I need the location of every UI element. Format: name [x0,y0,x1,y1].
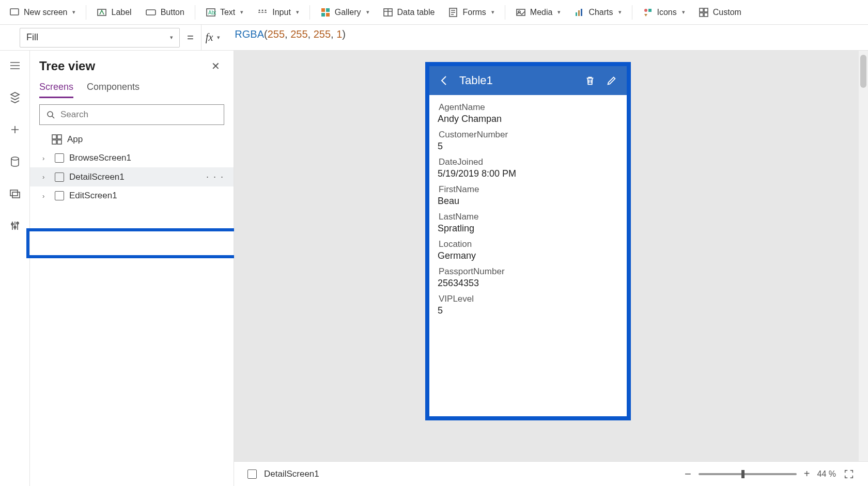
formula-arg: 255 [290,28,307,40]
property-dropdown[interactable]: Fill ▾ [20,28,180,48]
new-screen-label: New screen [24,8,67,17]
formula-arg: 255 [314,28,331,40]
chevron-down-icon: ▾ [491,9,494,15]
vertical-scrollbar[interactable] [859,51,868,461]
svg-point-19 [644,9,647,12]
screen-icon [55,173,64,182]
zoom-controls: − + 44 % [685,467,855,481]
new-screen-button[interactable]: New screen ▾ [4,4,81,21]
tree-search[interactable] [39,104,224,125]
text-icon: Abc [206,7,216,18]
tab-screens[interactable]: Screens [39,82,73,98]
button-button[interactable]: Button [140,4,190,21]
zoom-out-button[interactable]: − [685,467,691,481]
tree-search-input[interactable] [60,109,218,120]
svg-point-7 [265,9,267,11]
field-value: 25634353 [438,278,617,289]
separator [195,5,195,20]
canvas-area[interactable]: Table1 AgentName Andy Champan CustomerNu… [234,51,868,486]
app-icon [52,134,62,145]
tree-view-title: Tree view [39,59,95,73]
tree-list: App › BrowseScreen1 › DetailScreen1 · · … [30,130,234,486]
zoom-slider-thumb[interactable] [741,470,745,478]
insert-button[interactable] [7,122,23,137]
screen-icon [55,191,64,200]
custom-button[interactable]: Custom [693,4,747,21]
status-bar: DetailScreen1 − + 44 % [234,461,868,486]
zoom-unit: % [829,469,836,478]
input-label: Input [272,8,291,17]
delete-button[interactable] [583,74,597,87]
separator [86,5,86,20]
label-button[interactable]: Label [91,4,136,21]
hamburger-button[interactable] [7,58,23,73]
media-rail-button[interactable] [7,186,23,201]
chevron-down-icon: ▾ [682,9,685,15]
fx-toggle[interactable]: fx ▾ [201,25,224,51]
chevron-down-icon: ▾ [240,9,243,15]
tree-tabs: Screens Components [30,77,234,98]
text-label: Text [220,8,235,17]
forms-icon [448,7,458,18]
formula-input[interactable]: RGBA(255, 255, 255, 1) [229,28,863,48]
svg-rect-34 [52,140,56,144]
more-options-button[interactable]: · · · [206,171,224,182]
svg-rect-32 [52,135,56,139]
charts-button[interactable]: Charts ▾ [569,4,626,21]
field-value: 5/19/2019 8:00 PM [438,168,617,179]
formula-fn: RGBA [235,28,264,40]
detail-header: Table1 [429,66,627,95]
field-label: FirstName [439,184,617,195]
svg-point-6 [262,9,264,11]
search-icon [46,110,55,119]
field-lastname: LastName Spratling [439,212,617,234]
tree-view-button[interactable] [7,90,23,105]
svg-rect-17 [578,10,580,16]
property-name: Fill [26,32,38,43]
scrollbar-thumb[interactable] [860,55,866,88]
svg-rect-24 [704,13,708,17]
close-panel-button[interactable]: ✕ [207,58,224,74]
edit-button[interactable] [605,74,618,87]
text-button[interactable]: Abc Text ▾ [200,4,249,21]
svg-point-5 [259,9,260,11]
zoom-in-button[interactable]: + [804,468,810,480]
media-button[interactable]: Media ▾ [510,4,566,21]
tree-app-node[interactable]: App [30,130,234,149]
back-button[interactable] [438,74,451,87]
field-agentname: AgentName Andy Champan [439,102,617,124]
field-value: Germany [438,250,617,261]
svg-rect-20 [648,9,652,12]
fit-to-screen-button[interactable] [843,468,855,480]
svg-rect-21 [700,8,703,12]
screen-icon [247,469,257,479]
tab-components[interactable]: Components [87,82,140,98]
input-button[interactable]: Input ▾ [252,4,304,21]
tree-item-detailscreen[interactable]: › DetailScreen1 · · · [30,167,234,186]
separator [505,5,505,20]
gallery-button[interactable]: Gallery ▾ [315,4,375,21]
tree-item-editscreen[interactable]: › EditScreen1 [30,186,234,205]
zoom-slider[interactable] [699,473,797,475]
tree-item-browsescreen[interactable]: › BrowseScreen1 [30,149,234,167]
svg-rect-27 [12,192,20,198]
icons-label: Icons [657,8,677,17]
data-table-button[interactable]: Data table [378,4,440,21]
icons-button[interactable]: Icons ▾ [638,4,690,21]
phone-preview[interactable]: Table1 AgentName Andy Champan CustomerNu… [425,62,631,420]
label-label: Label [111,8,131,17]
data-button[interactable] [7,154,23,169]
svg-rect-35 [57,140,61,144]
screen-icon [9,7,20,18]
media-icon [516,7,526,18]
field-location: Location Germany [439,239,617,261]
svg-rect-2 [146,10,156,15]
advanced-tools-button[interactable] [7,218,23,233]
separator [309,5,310,20]
chevron-down-icon: ▾ [72,9,75,15]
gallery-icon [320,7,331,18]
forms-button[interactable]: Forms ▾ [443,4,499,21]
status-screen-name: DetailScreen1 [264,469,319,479]
insert-ribbon: New screen ▾ Label Button Abc Text ▾ Inp… [0,0,868,25]
field-customernumber: CustomerNumber 5 [439,130,617,152]
